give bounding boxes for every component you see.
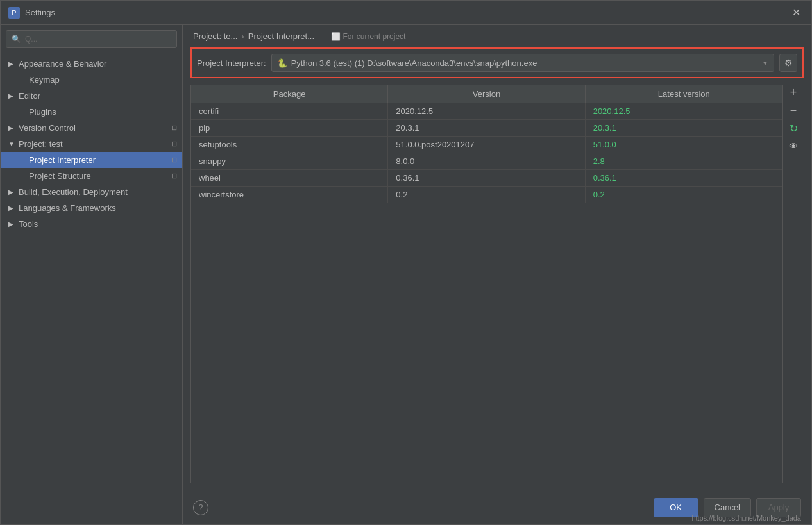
sidebar-item-plugins[interactable]: Plugins <box>1 104 182 120</box>
settings-window: P Settings ✕ 🔍 Q... ▶ Appearance & Behav… <box>0 0 812 525</box>
table-row[interactable]: setuptools 51.0.0.post20201207 51.0.0 <box>191 137 782 153</box>
app-icon: P <box>8 7 20 19</box>
pkg-latest: 0.2 <box>586 187 782 203</box>
col-package: Package <box>191 85 388 103</box>
add-package-button[interactable]: + <box>786 85 801 100</box>
pkg-version: 2020.12.5 <box>388 103 585 119</box>
sidebar-item-appearance[interactable]: ▶ Appearance & Behavior <box>1 56 182 72</box>
refresh-button[interactable]: ↻ <box>786 121 801 136</box>
breadcrumb-separator: › <box>241 31 244 41</box>
sidebar-item-keymap[interactable]: Keymap <box>1 72 182 88</box>
sidebar-item-tools[interactable]: ▶ Tools <box>1 216 182 232</box>
eye-button[interactable]: 👁 <box>786 138 801 154</box>
remove-package-button[interactable]: − <box>786 103 801 118</box>
table-container: Package Version Latest version certifi 2… <box>190 85 783 483</box>
pkg-latest: 0.36.1 <box>586 170 782 186</box>
sidebar-item-label: Project Structure <box>29 171 91 181</box>
sidebar-item-label: Plugins <box>29 107 56 117</box>
interpreter-value: Python 3.6 (test) (1) D:\software\Anacon… <box>291 58 757 68</box>
interpreter-label: Project Interpreter: <box>197 58 266 68</box>
breadcrumb-project: Project: te... <box>193 31 237 41</box>
search-placeholder: Q... <box>25 35 37 44</box>
pkg-name: wheel <box>191 170 388 186</box>
table-header: Package Version Latest version <box>190 85 783 103</box>
pkg-version: 0.36.1 <box>388 170 585 186</box>
pkg-name: wincertstore <box>191 187 388 203</box>
pkg-name: pip <box>191 120 388 136</box>
pkg-version: 20.3.1 <box>388 120 585 136</box>
table-row[interactable]: wheel 0.36.1 0.36.1 <box>191 170 782 187</box>
table-row[interactable]: pip 20.3.1 20.3.1 <box>191 120 782 137</box>
sidebar-item-project-interpreter[interactable]: Project Interpreter ⊡ <box>1 152 182 168</box>
arrow-icon: ▶ <box>8 204 16 212</box>
title-bar: P Settings ✕ <box>1 1 811 25</box>
side-actions: + − ↻ 👁 <box>786 85 804 483</box>
external-icon: ⊡ <box>171 140 177 148</box>
sidebar-item-build-exec[interactable]: ▶ Build, Execution, Deployment <box>1 184 182 200</box>
pkg-name: setuptools <box>191 137 388 153</box>
sidebar-item-version-control[interactable]: ▶ Version Control ⊡ <box>1 120 182 136</box>
table-body: certifi 2020.12.5 2020.12.5 pip 20.3.1 2… <box>190 103 783 483</box>
arrow-icon: ▶ <box>8 221 16 228</box>
arrow-icon: ▶ <box>8 124 16 131</box>
arrow-icon: ▶ <box>8 92 16 99</box>
pkg-latest: 2020.12.5 <box>586 103 782 119</box>
pkg-latest: 51.0.0 <box>586 137 782 153</box>
content-area: 🔍 Q... ▶ Appearance & Behavior Keymap ▶ … <box>1 25 811 524</box>
sidebar-item-editor[interactable]: ▶ Editor <box>1 88 182 104</box>
arrow-icon: ▼ <box>8 140 16 147</box>
python-icon: 🐍 <box>277 58 287 68</box>
sidebar-item-label: Tools <box>19 219 38 229</box>
sidebar-item-label: Version Control <box>19 123 76 133</box>
sidebar-item-label: Editor <box>19 91 40 101</box>
footer-link: https://blog.csdn.net/Monkey_dada <box>691 514 801 522</box>
sidebar-item-languages[interactable]: ▶ Languages & Frameworks <box>1 200 182 216</box>
breadcrumb-current: Project Interpret... <box>248 31 314 41</box>
table-row[interactable]: wincertstore 0.2 0.2 <box>191 187 782 203</box>
pkg-version: 0.2 <box>388 187 585 203</box>
sidebar-tree: ▶ Appearance & Behavior Keymap ▶ Editor … <box>1 53 182 524</box>
external-icon: ⊡ <box>171 156 177 164</box>
external-icon: ⊡ <box>171 124 177 132</box>
bottom-bar: ? OK Cancel Apply https://blog.csdn.net/… <box>183 490 811 524</box>
search-icon: 🔍 <box>12 35 21 44</box>
breadcrumb-for-project: ⬜ For current project <box>331 32 405 41</box>
search-box[interactable]: 🔍 Q... <box>6 30 177 48</box>
pkg-name: certifi <box>191 103 388 119</box>
sidebar-item-label: Build, Execution, Deployment <box>19 187 128 197</box>
packages-table-area: Package Version Latest version certifi 2… <box>190 85 804 483</box>
external-icon: ⊡ <box>171 172 177 180</box>
sidebar-item-label: Keymap <box>29 75 60 85</box>
sidebar-item-label: Project: test <box>19 139 63 149</box>
pkg-version: 8.0.0 <box>388 153 585 169</box>
sidebar: 🔍 Q... ▶ Appearance & Behavior Keymap ▶ … <box>1 25 183 524</box>
dropdown-arrow-icon: ▼ <box>762 60 768 67</box>
arrow-icon: ▶ <box>8 60 16 67</box>
table-row[interactable]: certifi 2020.12.5 2020.12.5 <box>191 103 782 120</box>
sidebar-item-project-test[interactable]: ▼ Project: test ⊡ <box>1 136 182 152</box>
table-row[interactable]: snappy 8.0.0 2.8 <box>191 153 782 170</box>
gear-button[interactable]: ⚙ <box>779 54 797 72</box>
pkg-latest: 20.3.1 <box>586 120 782 136</box>
sidebar-item-project-structure[interactable]: Project Structure ⊡ <box>1 168 182 184</box>
col-latest: Latest version <box>586 85 782 103</box>
breadcrumb: Project: te... › Project Interpret... ⬜ … <box>183 25 811 47</box>
sidebar-item-label: Languages & Frameworks <box>19 203 116 213</box>
sidebar-item-label: Appearance & Behavior <box>19 59 106 69</box>
interpreter-section: Project Interpreter: 🐍 Python 3.6 (test)… <box>190 47 804 78</box>
pkg-version: 51.0.0.post20201207 <box>388 137 585 153</box>
close-button[interactable]: ✕ <box>788 5 804 21</box>
window-title: Settings <box>25 8 788 17</box>
arrow-icon: ▶ <box>8 188 16 196</box>
pkg-name: snappy <box>191 153 388 169</box>
col-version: Version <box>388 85 585 103</box>
pkg-latest: 2.8 <box>586 153 782 169</box>
sidebar-item-label: Project Interpreter <box>29 155 96 165</box>
interpreter-dropdown[interactable]: 🐍 Python 3.6 (test) (1) D:\software\Anac… <box>271 54 774 72</box>
help-button[interactable]: ? <box>193 500 208 515</box>
main-area: Project: te... › Project Interpret... ⬜ … <box>183 25 811 524</box>
svg-text:P: P <box>12 9 16 17</box>
